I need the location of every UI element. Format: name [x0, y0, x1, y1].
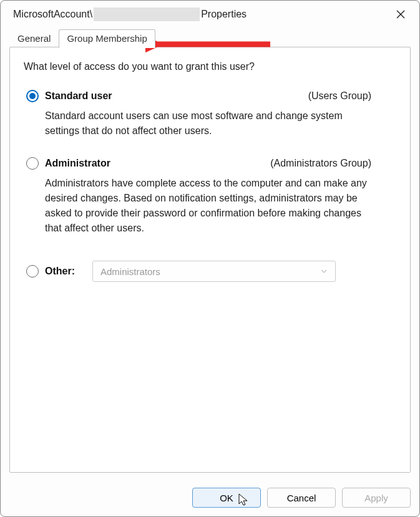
- tab-strip: General Group Membership: [9, 29, 411, 47]
- group-standard-user: (Users Group): [308, 90, 396, 102]
- titlebar: MicrosoftAccount\ Properties: [1, 1, 419, 27]
- tab-general[interactable]: General: [9, 29, 59, 48]
- radio-standard-user[interactable]: [26, 90, 39, 102]
- access-prompt: What level of access do you want to gran…: [24, 61, 396, 72]
- ok-button[interactable]: OK: [192, 488, 261, 508]
- option-standard-user: Standard user (Users Group) Standard acc…: [24, 90, 396, 138]
- option-administrator: Administrator (Administrators Group) Adm…: [24, 157, 396, 236]
- title-prefix: MicrosoftAccount\: [13, 9, 92, 20]
- tab-group-membership[interactable]: Group Membership: [59, 29, 155, 48]
- radio-administrator[interactable]: [26, 157, 39, 170]
- other-group-selected: Administrators: [100, 266, 160, 277]
- title-suffix: Properties: [201, 9, 247, 20]
- label-administrator: Administrator: [45, 158, 110, 169]
- cancel-button[interactable]: Cancel: [267, 488, 336, 508]
- chevron-down-icon: [320, 268, 328, 275]
- close-icon: [396, 9, 406, 19]
- close-button[interactable]: [389, 4, 412, 24]
- group-administrator: (Administrators Group): [270, 158, 396, 169]
- label-other: Other:: [45, 266, 75, 277]
- radio-other[interactable]: [26, 265, 39, 278]
- label-standard-user: Standard user: [45, 90, 112, 102]
- desc-standard-user: Standard account users can use most soft…: [45, 109, 371, 138]
- properties-dialog: MicrosoftAccount\ Properties General Gro…: [0, 0, 420, 517]
- title-redacted: [94, 7, 200, 21]
- option-other: Other: Administrators: [26, 261, 396, 282]
- dialog-footer: OK Cancel Apply: [1, 481, 419, 516]
- apply-button[interactable]: Apply: [342, 488, 411, 508]
- tab-content: What level of access do you want to gran…: [9, 47, 411, 473]
- other-group-select[interactable]: Administrators: [92, 261, 336, 282]
- desc-administrator: Administrators have complete access to t…: [45, 176, 371, 236]
